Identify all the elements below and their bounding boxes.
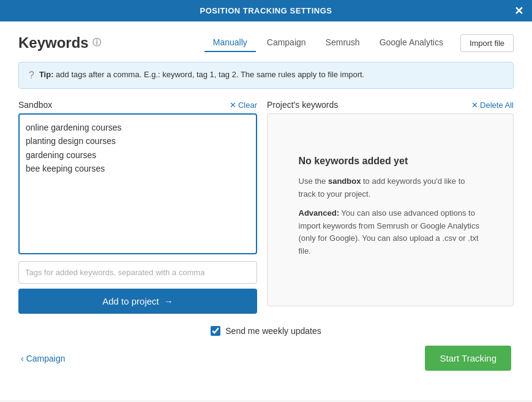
no-keywords-desc1: Use the sandbox to add keywords you'd li… [299,175,482,201]
clear-label: Clear [238,100,257,110]
sandbox-title: Sandbox [18,100,52,110]
no-keywords-title: No keywords added yet [299,156,482,167]
project-keywords-section: Project's keywords ✕ Delete All No keywo… [267,100,514,314]
clear-x-icon: ✕ [230,100,236,110]
delete-all-button[interactable]: ✕ Delete All [471,100,514,110]
title-text: Keywords [18,34,89,51]
add-btn-arrow: → [164,296,173,306]
two-col-layout: Sandbox ✕ Clear Add to project → Project… [18,100,514,314]
project-keywords-header: Project's keywords ✕ Delete All [267,100,514,110]
tip-box: ? Tip: add tags after a comma. E.g.: key… [18,62,514,89]
tip-content: add tags after a comma. E.g.: keyword, t… [54,70,365,79]
import-file-button[interactable]: Import file [460,34,514,52]
tab-google-analytics[interactable]: Google Analytics [371,34,452,52]
page-title: Keywords ⓘ [18,34,101,51]
tags-input[interactable] [18,261,257,284]
delete-all-label: Delete All [480,100,514,110]
delete-all-icon: ✕ [471,100,478,110]
tab-manually[interactable]: Manually [204,34,256,52]
back-arrow-icon: ‹ [21,354,24,363]
no-keywords-content: No keywords added yet Use the sandbox to… [299,156,482,264]
back-label: Campaign [26,354,66,363]
info-icon[interactable]: ⓘ [92,37,101,48]
sandbox-textarea[interactable] [18,113,257,254]
checkbox-row: Send me weekly updates [211,326,321,336]
main-content: Keywords ⓘ Manually Campaign Semrush Goo… [0,21,532,400]
project-keywords-title: Project's keywords [267,100,338,110]
clear-button[interactable]: ✕ Clear [230,100,257,110]
tab-semrush[interactable]: Semrush [317,34,369,52]
tab-campaign[interactable]: Campaign [258,34,315,52]
bottom-nav: ‹ Campaign Start Tracking [18,346,514,371]
footer: Send me weekly updates [18,326,514,336]
header-bar: POSITION TRACKING SETTINGS ✕ [0,0,532,21]
no-keywords-desc2: Advanced: You can also use advanced opti… [299,207,482,258]
back-campaign-link[interactable]: ‹ Campaign [21,354,66,363]
sandbox-section: Sandbox ✕ Clear Add to project → [18,100,257,314]
close-icon[interactable]: ✕ [514,4,524,18]
keywords-header: Keywords ⓘ Manually Campaign Semrush Goo… [18,34,514,52]
add-to-project-button[interactable]: Add to project → [18,289,257,314]
start-tracking-button[interactable]: Start Tracking [425,346,511,371]
add-btn-label: Add to project [102,296,159,306]
weekly-updates-checkbox[interactable] [211,326,220,336]
advanced-bold: Advanced: [299,208,339,218]
project-keywords-panel: No keywords added yet Use the sandbox to… [267,113,514,306]
tip-bold: Tip: [39,70,54,79]
tabs-area: Manually Campaign Semrush Google Analyti… [204,34,514,52]
header-title: POSITION TRACKING SETTINGS [200,6,332,15]
tip-icon: ? [29,70,34,81]
tip-text: Tip: add tags after a comma. E.g.: keywo… [39,70,364,79]
weekly-updates-label: Send me weekly updates [225,326,321,336]
sandbox-header: Sandbox ✕ Clear [18,100,257,110]
